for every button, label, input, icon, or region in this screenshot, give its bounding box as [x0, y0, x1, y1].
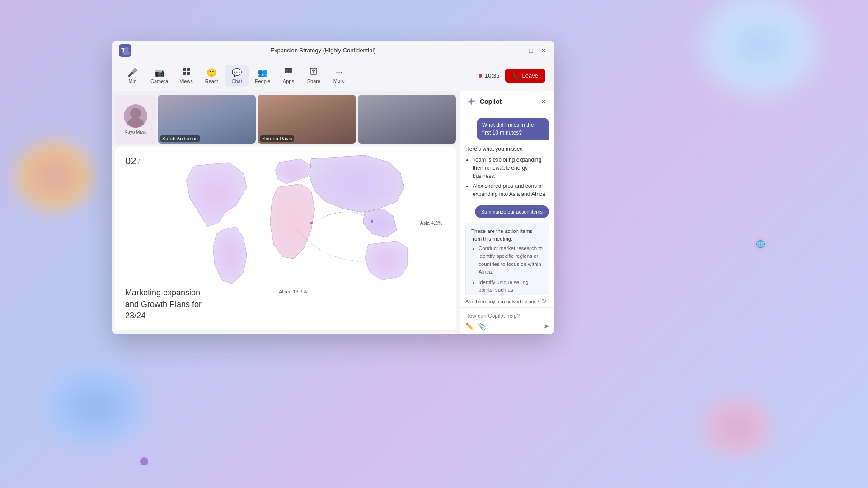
remote-video-1[interactable]: Sarah Anderson — [158, 95, 256, 144]
action-bullets: Conduct market research to identify spec… — [471, 245, 543, 295]
send-button[interactable]: ➤ — [543, 322, 549, 330]
chat-icon: 💬 — [232, 68, 242, 78]
toolbar-camera[interactable]: 📷 Camera — [146, 65, 173, 87]
content-area: Kayo Miwa Sarah Anderson Serena Davis — [112, 91, 554, 334]
bg-decoration-left — [9, 135, 99, 217]
toolbar-more[interactable]: ··· More — [327, 65, 351, 87]
slide-number: 02 — [125, 155, 140, 167]
svg-point-16 — [127, 118, 144, 128]
toolbar-share[interactable]: Share — [302, 65, 325, 87]
copilot-input-field[interactable] — [465, 312, 549, 322]
unresolved-issues-row[interactable]: Are there any unresolved issues? ↻ — [460, 295, 554, 307]
svg-rect-3 — [123, 51, 130, 55]
attachment-icon[interactable]: 📎 — [478, 322, 486, 330]
teams-logo-icon: T — [119, 44, 131, 57]
input-tool-left: ✏️ 📎 — [465, 322, 486, 330]
mic-icon: 🎤 — [127, 68, 137, 78]
caption-line1: Marketing expansion — [125, 288, 200, 297]
svg-rect-9 — [287, 68, 290, 70]
camera-icon: 📷 — [155, 68, 164, 78]
refresh-icon[interactable]: ↻ — [542, 298, 547, 305]
svg-rect-12 — [287, 70, 290, 73]
toolbar-views[interactable]: Views — [174, 65, 198, 87]
summarize-action-items-button[interactable]: Summarize our action items — [475, 205, 549, 218]
camera-label: Camera — [150, 79, 168, 84]
svg-rect-10 — [290, 68, 292, 70]
time-value: 10:35 — [485, 72, 500, 79]
recording-indicator — [479, 74, 482, 78]
more-label: More — [333, 78, 345, 84]
avatar — [124, 104, 147, 128]
formatting-icon[interactable]: ✏️ — [465, 322, 474, 330]
action-bullet-1: Conduct market research to identify spec… — [479, 245, 543, 276]
mic-label: Mic — [128, 79, 136, 84]
remote-video-3[interactable] — [358, 95, 456, 144]
svg-point-15 — [130, 108, 141, 119]
apps-label: Apps — [283, 79, 294, 84]
apps-icon — [284, 67, 292, 78]
copilot-sparkle-icon — [466, 97, 476, 107]
remote-video-2[interactable]: Serena Davis — [258, 95, 356, 144]
video-feed-3 — [358, 95, 456, 144]
edge-avatar[interactable]: 🌐 — [753, 237, 768, 251]
bg-decoration-bottom-right — [696, 393, 778, 461]
time-display: 10:35 — [479, 72, 500, 79]
minimize-button[interactable]: − — [515, 47, 522, 54]
leave-button[interactable]: 📞 Leave — [505, 69, 545, 83]
user-message-bubble: What did I miss in the first 10 minutes? — [477, 118, 549, 140]
unresolved-label: Are there any unresolved issues? — [465, 299, 539, 304]
chat-label: Chat — [232, 79, 242, 84]
views-label: Views — [180, 79, 193, 84]
svg-point-17 — [310, 222, 312, 224]
toolbar-items: 🎤 Mic 📷 Camera Views 🙂 React 💬 Chat — [121, 65, 479, 87]
svg-rect-5 — [187, 68, 190, 71]
input-tools: ✏️ 📎 ➤ — [465, 322, 549, 330]
caption-line3: 23/24 — [125, 311, 145, 320]
maximize-button[interactable]: □ — [527, 47, 535, 54]
react-label: React — [205, 79, 218, 84]
title-bar-logo: T — [119, 44, 131, 57]
bg-decoration-bottom-left — [36, 362, 154, 452]
svg-rect-4 — [183, 68, 186, 71]
bg-decoration-top-right — [687, 0, 832, 108]
svg-rect-13 — [290, 70, 292, 73]
toolbar-mic[interactable]: 🎤 Mic — [121, 65, 144, 87]
leave-label: Leave — [522, 72, 538, 79]
presentation-slide: 02 — [115, 147, 456, 330]
close-button[interactable]: ✕ — [540, 47, 547, 54]
svg-rect-11 — [285, 70, 287, 73]
local-participant-name: Kayo Miwa — [125, 130, 147, 135]
svg-rect-6 — [183, 72, 186, 75]
people-icon: 👥 — [258, 68, 267, 78]
africa-label: Africa 13.9% — [279, 289, 307, 294]
toolbar-chat[interactable]: 💬 Chat — [225, 65, 249, 87]
toolbar-people[interactable]: 👥 People — [250, 65, 275, 87]
video-strip: Kayo Miwa Sarah Anderson Serena Davis — [112, 91, 460, 145]
meeting-area: Kayo Miwa Sarah Anderson Serena Davis — [112, 91, 460, 334]
share-label: Share — [307, 79, 320, 84]
participant-label-1: Sarah Anderson — [160, 135, 200, 142]
svg-rect-8 — [285, 68, 287, 70]
leave-phone-icon: 📞 — [512, 72, 520, 79]
action-response-intro: These are the action items from this mee… — [471, 228, 543, 243]
svg-rect-7 — [187, 72, 190, 75]
asia-label: Asia 4.2% — [420, 220, 442, 226]
participant-label-2: Serena Davis — [260, 135, 294, 142]
share-icon — [310, 67, 318, 78]
toolbar-react[interactable]: 🙂 React — [200, 65, 223, 87]
user-question-text: What did I miss in the first 10 minutes? — [482, 122, 534, 136]
window-title: Expansion Strategy (Highly Confidential) — [270, 47, 375, 54]
copilot-first-response: Here's what you missed Team is exploring… — [465, 145, 549, 200]
svg-point-18 — [371, 220, 373, 223]
copilot-messages: What did I miss in the first 10 minutes?… — [460, 112, 554, 295]
local-video[interactable]: Kayo Miwa — [115, 95, 156, 144]
response-bullets: Team is exploring expanding their renewa… — [465, 156, 549, 198]
copilot-title-text: Copilot — [480, 98, 502, 105]
views-icon — [182, 67, 190, 78]
copilot-close-button[interactable]: ✕ — [539, 97, 548, 106]
toolbar-apps[interactable]: Apps — [277, 65, 300, 87]
teams-window: T Expansion Strategy (Highly Confidentia… — [112, 41, 554, 334]
toolbar-right: 10:35 📞 Leave — [479, 69, 545, 83]
copilot-title-row: Copilot — [466, 97, 502, 107]
people-label: People — [255, 79, 270, 84]
